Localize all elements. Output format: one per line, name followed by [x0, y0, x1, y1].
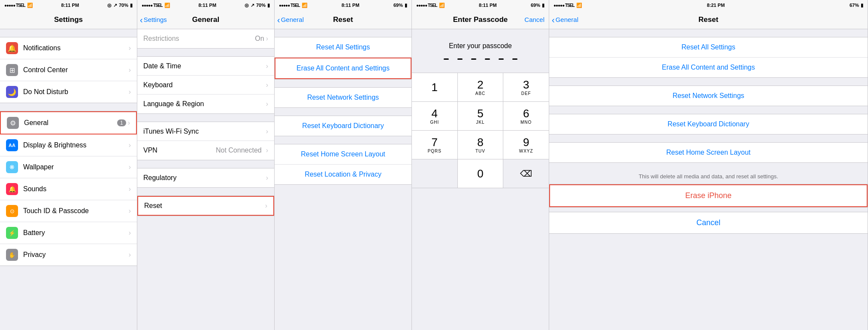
back-label-5: General [556, 16, 578, 23]
control-center-label: Control Center [23, 66, 127, 74]
erase-reset-all-settings-row[interactable]: Reset All Settings [549, 37, 868, 58]
battery-row-icon: ⚡ [6, 227, 18, 239]
nav-bar-1: Settings [0, 10, 137, 29]
reset-home-screen-row[interactable]: Reset Home Screen Layout [275, 144, 411, 165]
status-left-5: ●●●●● TSEL 📶 [553, 3, 582, 8]
erase-network-row[interactable]: Reset Network Settings [549, 86, 868, 106]
do-not-disturb-icon: 🌙 [6, 86, 18, 98]
back-to-general[interactable]: ‹ General [277, 15, 304, 24]
numpad-row-1: 1 2 ABC 3 DEF [412, 73, 549, 102]
reset-location-row[interactable]: Reset Location & Privacy [275, 165, 411, 184]
erase-all-row[interactable]: Erase All Content and Settings [275, 58, 411, 79]
general-chevron: › [128, 119, 130, 127]
key-6[interactable]: 6 MNO [503, 102, 549, 130]
status-bar-3: ●●●●● TSEL 📶 8:11 PM 69% ▮ [275, 0, 411, 10]
back-chevron-5: ‹ [552, 15, 555, 24]
settings-row-display[interactable]: AA Display & Brightness › [0, 134, 137, 156]
settings-row-do-not-disturb[interactable]: 🌙 Do Not Disturb › [0, 81, 137, 103]
key-1[interactable]: 1 [412, 73, 458, 101]
erase-home-screen-row[interactable]: Reset Home Screen Layout [549, 143, 868, 162]
itunes-label: iTunes Wi-Fi Sync [143, 128, 199, 135]
back-to-settings[interactable]: ‹ Settings [140, 15, 167, 24]
key-4[interactable]: 4 GHI [412, 102, 458, 130]
regulatory-label: Regulatory [143, 174, 176, 182]
vpn-chevron: › [266, 147, 268, 154]
reset-row[interactable]: Reset › [137, 196, 274, 216]
key-6-number: 6 [523, 107, 529, 120]
settings-row-general[interactable]: ⚙ General 1 › [0, 111, 137, 134]
location-icon-1: ◎ [107, 3, 112, 8]
key-empty [412, 159, 458, 188]
vpn-row[interactable]: VPN Not Connected › [137, 141, 274, 160]
erase-iphone-button[interactable]: Erase iPhone [549, 184, 868, 207]
dot-6 [512, 58, 517, 60]
status-bar-4: ●●●●● TSEL 📶 8:11 PM 69% ▮ [412, 0, 549, 10]
key-9[interactable]: 9 WXYZ [503, 131, 549, 159]
regulatory-row[interactable]: Regulatory › [137, 168, 274, 187]
erase-section-2: Reset Network Settings [549, 86, 868, 106]
time-3: 8:11 PM [342, 3, 360, 8]
key-2[interactable]: 2 ABC [458, 73, 504, 101]
back-to-general-5[interactable]: ‹ General [552, 15, 578, 24]
display-icon: AA [6, 139, 18, 151]
wifi-icon-3: 📶 [302, 3, 308, 8]
nav-title-5: Reset [699, 15, 718, 24]
date-time-row[interactable]: Date & Time › [137, 57, 274, 76]
touch-id-icon: ⊙ [6, 205, 18, 217]
key-2-letters: ABC [475, 91, 486, 96]
notifications-label: Notifications [23, 44, 127, 52]
dot-4 [485, 58, 490, 60]
general-section-2: iTunes Wi-Fi Sync › VPN Not Connected › [137, 122, 274, 160]
status-left-4: ●●●●● TSEL 📶 [416, 3, 445, 8]
sounds-chevron: › [129, 185, 131, 193]
reset-network-row[interactable]: Reset Network Settings [275, 88, 411, 107]
control-center-icon: ⊞ [6, 64, 18, 76]
sounds-icon: 🔔 [6, 183, 18, 195]
restrictions-chevron: › [266, 35, 268, 43]
settings-row-control-center[interactable]: ⊞ Control Center › [0, 59, 137, 81]
settings-row-wallpaper[interactable]: ❋ Wallpaper › [0, 156, 137, 178]
battery-5: 67% [850, 3, 859, 8]
status-right-1: ◎ ↗ 70% ▮ [107, 3, 133, 8]
notifications-chevron: › [129, 44, 131, 52]
key-3[interactable]: 3 DEF [503, 73, 549, 101]
keyboard-row[interactable]: Keyboard › [137, 76, 274, 95]
key-0[interactable]: 0 [458, 159, 504, 188]
erase-network-label: Reset Network Settings [672, 92, 744, 100]
status-right-2: ◎ ↗ 70% ▮ [245, 3, 270, 8]
cancel-passcode-button[interactable]: Cancel [524, 16, 544, 23]
restrictions-row[interactable]: Restrictions On › [137, 29, 274, 48]
reset-all-settings-row[interactable]: Reset All Settings [275, 37, 411, 58]
erase-keyboard-label: Reset Keyboard Dictionary [668, 120, 749, 128]
general-panel: ●●●●● TSEL 📶 8:11 PM ◎ ↗ 70% ▮ ‹ Setting… [137, 0, 275, 330]
settings-row-notifications[interactable]: 🔔 Notifications › [0, 37, 137, 59]
vpn-value: Not Connected [216, 147, 262, 154]
erase-warning-text: This will delete all media and data, and… [549, 171, 868, 184]
key-7[interactable]: 7 PQRS [412, 131, 458, 159]
date-time-label: Date & Time [143, 62, 181, 70]
itunes-row[interactable]: iTunes Wi-Fi Sync › [137, 122, 274, 141]
nav-bar-3: ‹ General Reset [275, 10, 411, 29]
erase-all-content-row[interactable]: Erase All Content and Settings [549, 58, 868, 77]
general-section-4: Reset › [137, 196, 274, 216]
key-3-number: 3 [523, 79, 529, 91]
cancel-erase-button[interactable]: Cancel [549, 212, 868, 234]
erase-keyboard-row[interactable]: Reset Keyboard Dictionary [549, 114, 868, 134]
time-5: 8:21 PM [707, 3, 725, 8]
language-row[interactable]: Language & Region › [137, 95, 274, 113]
reset-section-4: Reset Home Screen Layout Reset Location … [275, 144, 411, 185]
key-5[interactable]: 5 JKL [458, 102, 504, 130]
settings-row-privacy[interactable]: ✋ Privacy › [0, 244, 137, 266]
reset-keyboard-row[interactable]: Reset Keyboard Dictionary [275, 116, 411, 136]
numpad: 1 2 ABC 3 DEF 4 GHI 5 [412, 73, 549, 188]
notifications-icon: 🔔 [6, 42, 18, 54]
key-delete[interactable]: ⌫ [503, 159, 549, 188]
wifi-icon-1: 📶 [27, 3, 33, 8]
settings-row-battery[interactable]: ⚡ Battery › [0, 222, 137, 244]
general-section-1: Date & Time › Keyboard › Language & Regi… [137, 56, 274, 114]
settings-row-touch-id[interactable]: ⊙ Touch ID & Passcode › [0, 200, 137, 222]
battery-chevron: › [129, 229, 131, 237]
settings-row-sounds[interactable]: 🔔 Sounds › [0, 178, 137, 200]
numpad-row-3: 7 PQRS 8 TUV 9 WXYZ [412, 131, 549, 159]
key-8[interactable]: 8 TUV [458, 131, 504, 159]
